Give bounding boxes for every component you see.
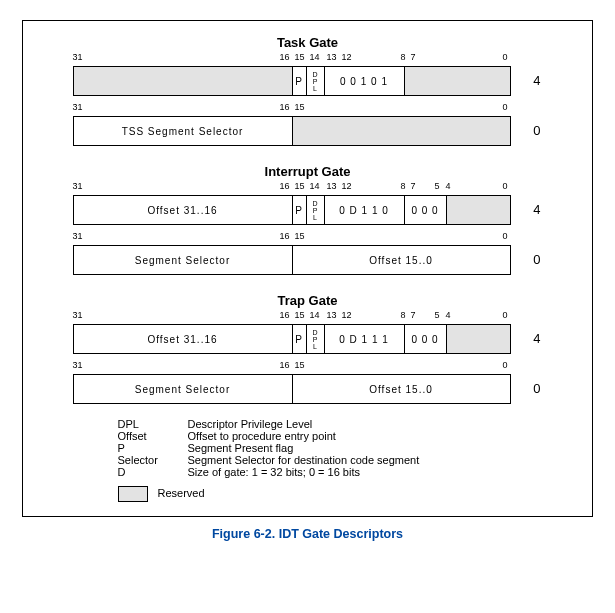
bit-0: 0 [503,181,508,191]
dpl-field: D P L [307,196,325,224]
bit-13: 13 [327,52,337,62]
bit-16: 16 [280,231,290,241]
bit-31: 31 [73,360,83,370]
bit-12: 12 [342,52,352,62]
bit-16: 16 [280,181,290,191]
bit-15: 15 [295,310,305,320]
bit-31: 31 [73,310,83,320]
offset-high-field: Offset 31..16 [74,325,293,353]
bit-7: 7 [411,310,416,320]
descriptor-row: Offset 31..16 P D P L 0 D 1 1 0 0 0 0 4 [73,195,543,225]
p-field: P [293,325,307,353]
bit-15: 15 [295,102,305,112]
legend-desc: Size of gate: 1 = 32 bits; 0 = 16 bits [188,466,360,478]
bit-0: 0 [503,231,508,241]
main-box: Segment Selector Offset 15..0 [73,374,511,404]
main-box: Segment Selector Offset 15..0 [73,245,511,275]
task-gate-row1: 31 16 15 14 13 12 8 7 0 P D P L 0 0 1 0 … [73,52,543,96]
bit-16: 16 [280,310,290,320]
bit-0: 0 [503,102,508,112]
interrupt-gate-row1: 31 16 15 14 13 12 8 7 5 4 0 Offset 31..1… [73,181,543,225]
legend-key: DPL [118,418,188,430]
legend-key: Offset [118,430,188,442]
bit-labels: 31 16 15 14 13 12 8 7 0 [73,52,543,66]
bit-31: 31 [73,102,83,112]
p-field: P [293,67,307,95]
segment-selector-field: Segment Selector [74,246,293,274]
task-gate-title: Task Gate [23,35,592,50]
byte-offset: 0 [511,374,543,404]
bit-labels: 31 16 15 14 13 12 8 7 5 4 0 [73,310,543,324]
bit-labels: 31 16 15 0 [73,360,543,374]
legend-desc: Segment Present flag [188,442,294,454]
legend-reserved: Reserved [118,486,498,502]
zeros-field: 0 0 0 [405,325,447,353]
bit-7: 7 [411,52,416,62]
task-gate-row2: 31 16 15 0 TSS Segment Selector 0 [73,102,543,146]
descriptor-row: Offset 31..16 P D P L 0 D 1 1 1 0 0 0 4 [73,324,543,354]
byte-offset: 0 [511,116,543,146]
bit-15: 15 [295,181,305,191]
legend-key: P [118,442,188,454]
bit-31: 31 [73,231,83,241]
bit-labels: 31 16 15 14 13 12 8 7 5 4 0 [73,181,543,195]
tss-selector-field: TSS Segment Selector [74,117,293,145]
bit-13: 13 [327,310,337,320]
figure-caption: Figure 6-2. IDT Gate Descriptors [0,527,615,541]
legend-key: D [118,466,188,478]
main-box: TSS Segment Selector [73,116,511,146]
bit-15: 15 [295,231,305,241]
bit-4: 4 [446,310,451,320]
reserved-field [74,67,293,95]
bit-12: 12 [342,310,352,320]
dpl-field: D P L [307,67,325,95]
reserved-field [405,67,510,95]
type-field: 0 D 1 1 1 [325,325,405,353]
bit-12: 12 [342,181,352,191]
main-box: Offset 31..16 P D P L 0 D 1 1 0 0 0 0 [73,195,511,225]
bit-13: 13 [327,181,337,191]
bit-labels: 31 16 15 0 [73,231,543,245]
p-field: P [293,196,307,224]
bit-15: 15 [295,360,305,370]
trap-gate-row2: 31 16 15 0 Segment Selector Offset 15..0… [73,360,543,404]
reserved-swatch-icon [118,486,148,502]
bit-16: 16 [280,52,290,62]
bit-0: 0 [503,360,508,370]
legend: DPLDescriptor Privilege Level OffsetOffs… [118,418,498,502]
reserved-field [447,325,510,353]
main-box: Offset 31..16 P D P L 0 D 1 1 1 0 0 0 [73,324,511,354]
byte-offset: 4 [511,324,543,354]
trap-gate-title: Trap Gate [23,293,592,308]
bit-labels: 31 16 15 0 [73,102,543,116]
bit-31: 31 [73,52,83,62]
bit-7: 7 [411,181,416,191]
figure-frame: Task Gate 31 16 15 14 13 12 8 7 0 P D P … [22,20,593,517]
bit-8: 8 [401,310,406,320]
descriptor-row: Segment Selector Offset 15..0 0 [73,245,543,275]
reserved-field [447,196,510,224]
byte-offset: 4 [511,66,543,96]
trap-gate-row1: 31 16 15 14 13 12 8 7 5 4 0 Offset 31..1… [73,310,543,354]
type-field: 0 D 1 1 0 [325,196,405,224]
main-box: P D P L 0 0 1 0 1 [73,66,511,96]
reserved-field [293,117,510,145]
legend-desc: Descriptor Privilege Level [188,418,313,430]
descriptor-row: TSS Segment Selector 0 [73,116,543,146]
type-field: 0 0 1 0 1 [325,67,405,95]
bit-14: 14 [310,52,320,62]
interrupt-gate-title: Interrupt Gate [23,164,592,179]
bit-14: 14 [310,181,320,191]
legend-desc: Segment Selector for destination code se… [188,454,420,466]
segment-selector-field: Segment Selector [74,375,293,403]
bit-15: 15 [295,52,305,62]
bit-8: 8 [401,52,406,62]
byte-offset: 4 [511,195,543,225]
descriptor-row: P D P L 0 0 1 0 1 4 [73,66,543,96]
bit-31: 31 [73,181,83,191]
offset-low-field: Offset 15..0 [293,246,510,274]
bit-16: 16 [280,102,290,112]
bit-0: 0 [503,52,508,62]
bit-4: 4 [446,181,451,191]
bit-0: 0 [503,310,508,320]
